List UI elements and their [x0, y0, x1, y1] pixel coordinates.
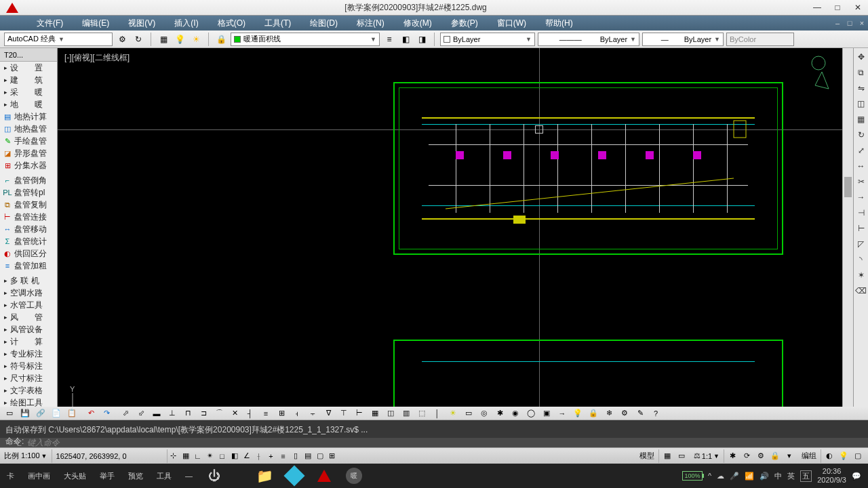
- btool-icon[interactable]: ⫞: [291, 408, 303, 419]
- annoauto-icon[interactable]: ⟳: [741, 450, 753, 462]
- layer-prev-icon[interactable]: ◨: [415, 33, 429, 46]
- btool-icon[interactable]: ⬀: [119, 408, 132, 419]
- mdi-close-button[interactable]: ×: [856, 17, 868, 29]
- tray-cloud-icon[interactable]: ☁: [717, 472, 724, 481]
- btool-icon[interactable]: ✕: [229, 408, 241, 419]
- palette-item[interactable]: ◐供回区分: [0, 247, 57, 260]
- model-space-button[interactable]: 模型: [635, 449, 659, 463]
- layer-iso-icon[interactable]: ▦: [157, 33, 170, 46]
- task-item[interactable]: 举手: [93, 464, 121, 488]
- tray-chevron-icon[interactable]: ^: [708, 472, 711, 480]
- btool-icon[interactable]: 📄: [50, 408, 62, 419]
- palette-category[interactable]: ▸文字表格: [0, 384, 57, 396]
- taskbar-app-autocad[interactable]: [313, 465, 335, 487]
- break-icon[interactable]: ⊣: [855, 207, 867, 219]
- bulb-icon[interactable]: 💡: [837, 450, 850, 462]
- btool-icon[interactable]: ?: [650, 408, 662, 419]
- maximize-button[interactable]: □: [827, 0, 848, 15]
- task-item[interactable]: 工具: [150, 464, 178, 488]
- grid-icon[interactable]: ▦: [180, 450, 192, 462]
- rotate-icon[interactable]: ↻: [855, 129, 867, 141]
- toolbar-lock-icon[interactable]: 🔒: [769, 450, 781, 462]
- btool-icon[interactable]: ❄: [603, 408, 615, 419]
- btool-icon[interactable]: 🔗: [35, 408, 47, 419]
- clock[interactable]: 20:36 2020/9/3: [817, 467, 846, 485]
- chamfer-icon[interactable]: ◸: [855, 238, 867, 250]
- menu-file[interactable]: 文件(F): [27, 18, 73, 29]
- palette-item[interactable]: PL盘管转pl: [0, 186, 57, 199]
- isolate-icon[interactable]: ◐: [823, 450, 835, 462]
- tpy-icon[interactable]: ▯: [290, 450, 302, 462]
- btool-icon[interactable]: ⊐: [197, 408, 210, 419]
- palette-category[interactable]: ▸专业标注: [0, 348, 57, 360]
- menu-modify[interactable]: 修改(M): [394, 18, 441, 29]
- join-icon[interactable]: ⊢: [855, 222, 867, 235]
- workspace-combo[interactable]: AutoCAD 经典▼: [4, 33, 113, 46]
- taskbar-app-hvac[interactable]: 暖: [343, 465, 365, 487]
- viewport-label[interactable]: [-][俯视][二维线框]: [64, 52, 130, 64]
- palette-item[interactable]: ✎手绘盘管: [0, 135, 57, 147]
- layer-states-icon[interactable]: ≡: [382, 33, 396, 46]
- erase-icon[interactable]: ⌫: [855, 285, 867, 297]
- menu-format[interactable]: 格式(O): [208, 18, 255, 29]
- layer-combo[interactable]: 暖通面积线▼: [231, 33, 380, 46]
- btool-icon[interactable]: ✎: [634, 408, 646, 419]
- layer-on-icon[interactable]: 💡: [173, 33, 186, 46]
- notifications-icon[interactable]: 💬: [852, 472, 861, 481]
- extend-icon[interactable]: →: [855, 191, 867, 203]
- btool-icon[interactable]: 📋: [66, 408, 78, 419]
- move-icon[interactable]: ✥: [855, 51, 867, 63]
- taskbar-app-explorer[interactable]: 📁: [254, 465, 275, 487]
- sc-icon[interactable]: ▢: [314, 450, 326, 462]
- palette-tab[interactable]: T20...: [0, 48, 57, 62]
- palette-item[interactable]: Σ盘管统计: [0, 235, 57, 247]
- workspace-settings-icon[interactable]: ⚙: [115, 33, 129, 46]
- battery-icon[interactable]: 100%: [682, 471, 703, 481]
- power-icon[interactable]: ⏻: [203, 465, 225, 487]
- btool-icon[interactable]: ▭: [3, 408, 16, 419]
- clean-screen-icon[interactable]: ▢: [852, 450, 864, 462]
- quickview-icon[interactable]: ▭: [675, 450, 688, 462]
- minimize-button[interactable]: —: [807, 0, 827, 15]
- palette-item[interactable]: ⊢盘管连接: [0, 211, 57, 223]
- btool-icon[interactable]: ◎: [478, 408, 490, 419]
- palette-item[interactable]: ▤地热计算: [0, 110, 57, 123]
- taskbar-app-sync[interactable]: [283, 465, 305, 487]
- ducs-icon[interactable]: ⟊: [253, 450, 265, 462]
- mdi-minimize-button[interactable]: –: [831, 17, 844, 29]
- menu-edit[interactable]: 编辑(E): [73, 18, 119, 29]
- btool-icon[interactable]: ∇: [322, 408, 334, 419]
- lwt-icon[interactable]: ≡: [277, 450, 290, 462]
- btool-icon[interactable]: ⊞: [275, 408, 288, 419]
- btool-icon[interactable]: ◉: [509, 408, 521, 419]
- btool-icon[interactable]: ⊢: [353, 408, 366, 419]
- menu-tools[interactable]: 工具(T): [255, 18, 300, 29]
- palette-category[interactable]: ▸地 暖: [0, 98, 57, 110]
- osnap-icon[interactable]: □: [216, 450, 229, 462]
- btool-icon[interactable]: ▥: [400, 408, 412, 419]
- 3dosnap-icon[interactable]: ◧: [229, 450, 241, 462]
- btool-icon[interactable]: ✱: [494, 408, 506, 419]
- btool-icon[interactable]: ⚙: [618, 408, 631, 419]
- btool-icon[interactable]: ⬚: [416, 408, 428, 419]
- btool-icon[interactable]: ⌒: [213, 408, 225, 419]
- btool-icon[interactable]: │: [431, 408, 443, 419]
- dyn-icon[interactable]: +: [265, 450, 277, 462]
- task-item[interactable]: —: [178, 464, 199, 488]
- palette-category[interactable]: ▸采 暖: [0, 86, 57, 98]
- palette-item[interactable]: ⊞分集水器: [0, 159, 57, 171]
- hardware-accel-icon[interactable]: ▾: [783, 450, 795, 462]
- palette-category[interactable]: ▸空调水路: [0, 287, 57, 299]
- mdi-restore-button[interactable]: □: [844, 17, 856, 29]
- ortho-icon[interactable]: ∟: [192, 450, 204, 462]
- btool-icon[interactable]: ┤: [244, 408, 256, 419]
- palette-category[interactable]: ▸计 算: [0, 336, 57, 348]
- workspace-switch-icon[interactable]: ↻: [132, 33, 145, 46]
- menu-window[interactable]: 窗口(W): [488, 18, 536, 29]
- close-button[interactable]: ✕: [848, 0, 868, 15]
- btool-icon[interactable]: ≡: [260, 408, 272, 419]
- drawing-viewport[interactable]: [-][俯视][二维线框] X Y: [58, 48, 842, 447]
- btool-icon[interactable]: ◯: [525, 408, 537, 419]
- layer-match-icon[interactable]: ◧: [399, 33, 412, 46]
- mirror-icon[interactable]: ⇋: [855, 82, 867, 94]
